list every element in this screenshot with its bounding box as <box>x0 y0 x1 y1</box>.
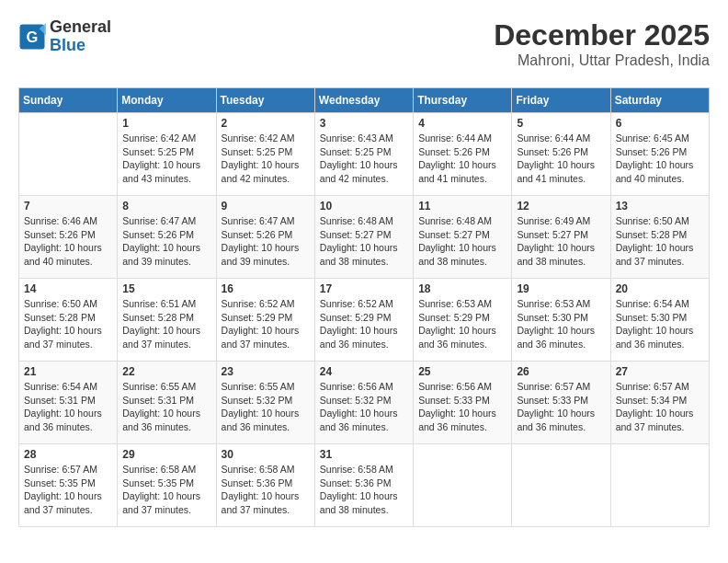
day-info: Sunrise: 6:54 AMSunset: 5:30 PMDaylight:… <box>616 297 704 351</box>
day-number: 7 <box>24 200 112 213</box>
calendar-cell <box>512 444 610 527</box>
day-number: 8 <box>122 200 210 213</box>
calendar-cell: 30Sunrise: 6:58 AMSunset: 5:36 PMDayligh… <box>216 444 314 527</box>
calendar-cell: 28Sunrise: 6:57 AMSunset: 5:35 PMDayligh… <box>19 444 118 527</box>
calendar-cell: 11Sunrise: 6:48 AMSunset: 5:27 PMDayligh… <box>414 196 512 279</box>
weekday-header-tuesday: Tuesday <box>216 88 314 113</box>
calendar-cell: 26Sunrise: 6:57 AMSunset: 5:33 PMDayligh… <box>512 362 610 444</box>
calendar-cell: 24Sunrise: 6:56 AMSunset: 5:32 PMDayligh… <box>314 362 413 444</box>
calendar-cell: 5Sunrise: 6:44 AMSunset: 5:26 PMDaylight… <box>512 113 610 196</box>
day-info: Sunrise: 6:48 AMSunset: 5:27 PMDaylight:… <box>418 214 506 269</box>
logo-general: General <box>50 17 111 36</box>
logo: G General Blue <box>18 18 111 55</box>
day-number: 16 <box>222 282 310 295</box>
svg-text:G: G <box>27 29 39 45</box>
day-info: Sunrise: 6:48 AMSunset: 5:27 PMDaylight:… <box>320 214 408 269</box>
day-info: Sunrise: 6:47 AMSunset: 5:26 PMDaylight:… <box>122 214 210 269</box>
calendar-cell <box>610 444 709 527</box>
day-number: 12 <box>517 200 605 213</box>
day-info: Sunrise: 6:44 AMSunset: 5:26 PMDaylight:… <box>418 132 506 186</box>
day-number: 23 <box>222 365 310 378</box>
calendar-cell: 3Sunrise: 6:43 AMSunset: 5:25 PMDaylight… <box>314 113 413 196</box>
calendar-table: SundayMondayTuesdayWednesdayThursdayFrid… <box>18 87 710 527</box>
day-info: Sunrise: 6:55 AMSunset: 5:31 PMDaylight:… <box>122 380 210 434</box>
day-info: Sunrise: 6:54 AMSunset: 5:31 PMDaylight:… <box>24 380 112 434</box>
day-number: 19 <box>517 282 605 295</box>
day-number: 4 <box>418 117 506 130</box>
day-info: Sunrise: 6:58 AMSunset: 5:35 PMDaylight:… <box>122 463 210 517</box>
day-number: 26 <box>517 365 605 378</box>
title-section: December 2025 Mahroni, Uttar Pradesh, In… <box>494 18 710 69</box>
day-number: 27 <box>616 365 704 378</box>
day-info: Sunrise: 6:57 AMSunset: 5:35 PMDaylight:… <box>24 463 112 517</box>
day-number: 22 <box>122 365 210 378</box>
calendar-cell: 4Sunrise: 6:44 AMSunset: 5:26 PMDaylight… <box>414 113 512 196</box>
day-info: Sunrise: 6:42 AMSunset: 5:25 PMDaylight:… <box>222 132 310 186</box>
calendar-cell: 15Sunrise: 6:51 AMSunset: 5:28 PMDayligh… <box>118 279 216 362</box>
day-number: 20 <box>616 282 704 295</box>
calendar-cell: 14Sunrise: 6:50 AMSunset: 5:28 PMDayligh… <box>19 279 118 362</box>
day-info: Sunrise: 6:53 AMSunset: 5:30 PMDaylight:… <box>517 297 605 351</box>
weekday-header-saturday: Saturday <box>610 88 709 113</box>
day-info: Sunrise: 6:55 AMSunset: 5:32 PMDaylight:… <box>222 380 310 434</box>
day-number: 3 <box>320 117 408 130</box>
day-info: Sunrise: 6:58 AMSunset: 5:36 PMDaylight:… <box>222 463 310 517</box>
calendar-cell: 22Sunrise: 6:55 AMSunset: 5:31 PMDayligh… <box>118 362 216 444</box>
calendar-cell: 23Sunrise: 6:55 AMSunset: 5:32 PMDayligh… <box>216 362 314 444</box>
weekday-header-sunday: Sunday <box>19 88 118 113</box>
day-number: 9 <box>222 200 310 213</box>
day-info: Sunrise: 6:49 AMSunset: 5:27 PMDaylight:… <box>517 214 605 269</box>
calendar-cell <box>19 113 118 196</box>
day-info: Sunrise: 6:43 AMSunset: 5:25 PMDaylight:… <box>320 132 408 186</box>
calendar-cell: 10Sunrise: 6:48 AMSunset: 5:27 PMDayligh… <box>314 196 413 279</box>
day-info: Sunrise: 6:45 AMSunset: 5:26 PMDaylight:… <box>616 132 704 186</box>
calendar-cell <box>414 444 512 527</box>
day-number: 29 <box>122 448 210 461</box>
logo-text: General Blue <box>50 18 111 55</box>
day-info: Sunrise: 6:52 AMSunset: 5:29 PMDaylight:… <box>320 297 408 351</box>
day-info: Sunrise: 6:56 AMSunset: 5:32 PMDaylight:… <box>320 380 408 434</box>
day-info: Sunrise: 6:56 AMSunset: 5:33 PMDaylight:… <box>418 380 506 434</box>
calendar-cell: 1Sunrise: 6:42 AMSunset: 5:25 PMDaylight… <box>118 113 216 196</box>
calendar-cell: 7Sunrise: 6:46 AMSunset: 5:26 PMDaylight… <box>19 196 118 279</box>
calendar-week-5: 28Sunrise: 6:57 AMSunset: 5:35 PMDayligh… <box>19 444 710 527</box>
day-info: Sunrise: 6:46 AMSunset: 5:26 PMDaylight:… <box>24 214 112 269</box>
calendar-cell: 17Sunrise: 6:52 AMSunset: 5:29 PMDayligh… <box>314 279 413 362</box>
calendar-cell: 16Sunrise: 6:52 AMSunset: 5:29 PMDayligh… <box>216 279 314 362</box>
page-header: G General Blue December 2025 Mahroni, Ut… <box>18 18 710 76</box>
calendar-week-4: 21Sunrise: 6:54 AMSunset: 5:31 PMDayligh… <box>19 362 710 444</box>
day-number: 10 <box>320 200 408 213</box>
day-info: Sunrise: 6:52 AMSunset: 5:29 PMDaylight:… <box>222 297 310 351</box>
day-info: Sunrise: 6:50 AMSunset: 5:28 PMDaylight:… <box>616 214 704 269</box>
calendar-cell: 29Sunrise: 6:58 AMSunset: 5:35 PMDayligh… <box>118 444 216 527</box>
day-info: Sunrise: 6:58 AMSunset: 5:36 PMDaylight:… <box>320 463 408 517</box>
day-info: Sunrise: 6:51 AMSunset: 5:28 PMDaylight:… <box>122 297 210 351</box>
month-title: December 2025 <box>494 18 710 52</box>
day-number: 5 <box>517 117 605 130</box>
calendar-cell: 25Sunrise: 6:56 AMSunset: 5:33 PMDayligh… <box>414 362 512 444</box>
weekday-header-wednesday: Wednesday <box>314 88 413 113</box>
weekday-header-thursday: Thursday <box>414 88 512 113</box>
day-number: 30 <box>222 448 310 461</box>
logo-blue: Blue <box>50 36 85 54</box>
calendar-cell: 31Sunrise: 6:58 AMSunset: 5:36 PMDayligh… <box>314 444 413 527</box>
day-number: 14 <box>24 282 112 295</box>
day-number: 13 <box>616 200 704 213</box>
weekday-header-friday: Friday <box>512 88 610 113</box>
calendar-cell: 9Sunrise: 6:47 AMSunset: 5:26 PMDaylight… <box>216 196 314 279</box>
day-number: 15 <box>122 282 210 295</box>
calendar-cell: 8Sunrise: 6:47 AMSunset: 5:26 PMDaylight… <box>118 196 216 279</box>
day-number: 28 <box>24 448 112 461</box>
day-info: Sunrise: 6:50 AMSunset: 5:28 PMDaylight:… <box>24 297 112 351</box>
calendar-week-1: 1Sunrise: 6:42 AMSunset: 5:25 PMDaylight… <box>19 113 710 196</box>
day-number: 2 <box>222 117 310 130</box>
day-number: 25 <box>418 365 506 378</box>
calendar-cell: 21Sunrise: 6:54 AMSunset: 5:31 PMDayligh… <box>19 362 118 444</box>
calendar-cell: 6Sunrise: 6:45 AMSunset: 5:26 PMDaylight… <box>610 113 709 196</box>
calendar-header-row: SundayMondayTuesdayWednesdayThursdayFrid… <box>19 88 710 113</box>
day-number: 1 <box>122 117 210 130</box>
day-number: 21 <box>24 365 112 378</box>
logo-icon: G <box>18 23 46 51</box>
calendar-cell: 20Sunrise: 6:54 AMSunset: 5:30 PMDayligh… <box>610 279 709 362</box>
day-info: Sunrise: 6:53 AMSunset: 5:29 PMDaylight:… <box>418 297 506 351</box>
